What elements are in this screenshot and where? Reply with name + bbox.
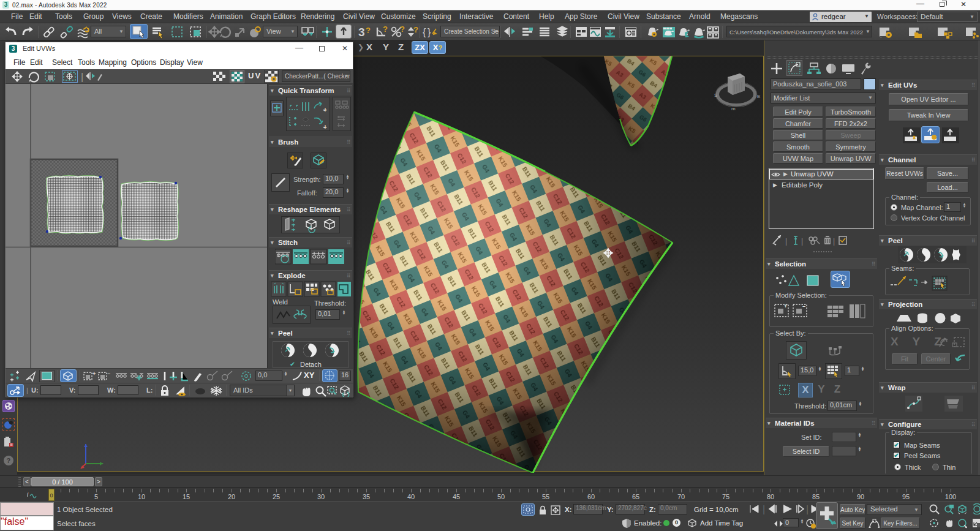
svg-text:i: i (27, 491, 29, 498)
svg-text:S: S (714, 92, 717, 98)
svg-text:{: { (423, 27, 426, 37)
svg-text:}: } (428, 27, 431, 37)
svg-text:?: ? (366, 26, 371, 35)
svg-text:+: + (323, 107, 327, 113)
svg-text:|: | (785, 237, 787, 246)
svg-text:?: ? (383, 25, 388, 34)
svg-text:|: | (833, 237, 835, 246)
svg-text:?: ? (400, 25, 405, 34)
svg-text:+: + (323, 124, 327, 130)
svg-text:+: + (784, 303, 787, 309)
svg-text:?: ? (7, 457, 11, 464)
svg-text:?: ? (413, 25, 418, 34)
svg-text:–: – (802, 303, 805, 309)
svg-text:+: + (92, 371, 96, 377)
svg-text:–: – (107, 371, 110, 377)
svg-text:|: | (801, 237, 803, 246)
svg-text:E: E (757, 94, 760, 99)
svg-text:3: 3 (358, 26, 365, 39)
svg-text:m: m (731, 106, 736, 111)
